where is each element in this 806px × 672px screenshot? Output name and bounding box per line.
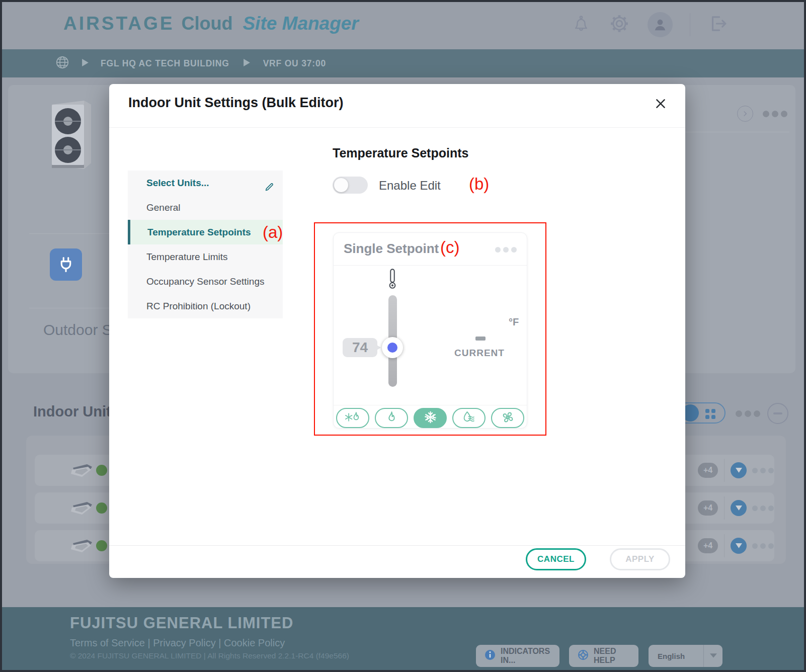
edit-pencil-icon[interactable] (264, 177, 275, 188)
sidebar-item-select-units[interactable]: Select Units... (128, 171, 283, 195)
help-lifering-icon (577, 649, 589, 663)
indoor-unit-image (70, 538, 93, 553)
row-menu-icon[interactable] (752, 543, 774, 549)
breadcrumb-unit[interactable]: VRF OU 37:00 (263, 58, 326, 69)
sidebar-item-temperature-limits[interactable]: Temperature Limits (128, 244, 283, 269)
sidebar-item-rc-prohibition[interactable]: RC Prohibition (Lockout) (128, 294, 283, 318)
indicators-info-button[interactable]: INDICATORS IN... (476, 645, 559, 667)
logo-cloud: Cloud (181, 13, 232, 34)
language-value: English (649, 652, 703, 660)
info-icon (484, 649, 496, 663)
fan-icon (501, 410, 515, 427)
more-units-badge[interactable]: +4 (698, 500, 718, 516)
language-select[interactable]: English (649, 645, 722, 667)
setpoint-value-bubble: 74 (343, 338, 377, 357)
divider (724, 459, 724, 482)
breadcrumb-site[interactable]: FGL HQ AC TECH BUILDING (101, 58, 229, 69)
close-icon[interactable] (654, 97, 667, 110)
app-logo: AIRSTAGE Cloud Site Manager (63, 13, 359, 34)
logo-site-manager: Site Manager (243, 13, 358, 34)
grid-view-icon (705, 409, 715, 419)
annotation-c: (c) (440, 238, 459, 257)
sidebar-item-label: RC Prohibition (Lockout) (146, 301, 251, 311)
need-help-button[interactable]: NEED HELP (569, 645, 638, 667)
divider (334, 405, 527, 405)
expand-row-button[interactable] (731, 462, 747, 478)
setpoint-slider-handle[interactable] (382, 337, 403, 358)
more-units-badge[interactable]: +4 (698, 538, 718, 553)
footer-links[interactable]: Terms of Service | Privacy Policy | Cook… (70, 637, 285, 649)
apply-button[interactable]: APPLY (610, 548, 670, 570)
expand-row-button[interactable] (731, 500, 747, 516)
more-units-badge[interactable]: +4 (698, 463, 718, 478)
mode-dry-button[interactable] (452, 408, 486, 428)
footer-company: FUJITSU GENERAL LIMITED (70, 614, 293, 632)
card-menu-icon[interactable] (495, 247, 517, 253)
footer-copyright: © 2024 FUJITSU GENERAL LIMITED | All Rig… (70, 651, 349, 660)
current-temp-placeholder (475, 337, 486, 341)
mode-cool-button[interactable] (414, 408, 447, 428)
status-indicator (96, 502, 107, 514)
indoor-unit-image (70, 500, 93, 516)
status-indicator (96, 465, 107, 476)
user-avatar[interactable] (648, 12, 673, 37)
power-plug-tile[interactable] (50, 248, 82, 281)
enable-edit-label: Enable Edit (379, 179, 441, 193)
sidebar-item-label: Temperature Limits (146, 251, 228, 262)
need-help-label: NEED HELP (594, 647, 630, 665)
unit-label: °F (509, 316, 519, 328)
screen: AIRSTAGE Cloud Site Manager (0, 0, 806, 672)
breadcrumb: FGL HQ AC TECH BUILDING VRF OU 37:00 (2, 49, 804, 77)
annotation-b: (b) (469, 175, 489, 194)
globe-icon[interactable] (55, 55, 70, 72)
cancel-button[interactable]: CANCEL (526, 548, 586, 570)
divider (109, 545, 685, 546)
enable-edit-toggle[interactable] (333, 177, 368, 194)
row-menu-icon[interactable] (752, 506, 774, 511)
app-header: AIRSTAGE Cloud Site Manager (2, 2, 804, 49)
indicators-label: INDICATORS IN... (501, 647, 551, 665)
logout-icon[interactable] (707, 13, 729, 36)
indoor-unit-settings-modal: Indoor Unit Settings (Bulk Editor) Selec… (109, 84, 685, 578)
app-footer: FUJITSU GENERAL LIMITED Terms of Service… (2, 607, 804, 672)
outdoor-card-menu-icon[interactable] (763, 111, 787, 117)
sidebar-item-label: General (146, 202, 181, 213)
row-menu-icon[interactable] (752, 468, 774, 473)
mode-selector (334, 408, 527, 428)
mode-fan-button[interactable] (491, 408, 524, 428)
sidebar-item-label: Select Units... (146, 178, 209, 188)
dry-droplet-icon (460, 410, 477, 426)
settings-gear-icon[interactable] (608, 13, 630, 37)
current-label: CURRENT (454, 348, 505, 359)
single-setpoint-card: Single Setpoint (c) 74 °F CURRENT (333, 232, 527, 429)
divider (109, 127, 685, 128)
divider (334, 265, 527, 266)
thermometer-icon (386, 268, 398, 291)
mode-auto-button[interactable] (336, 408, 369, 428)
expand-row-button[interactable] (731, 538, 747, 554)
collapse-button[interactable] (767, 403, 788, 424)
divider (724, 534, 724, 557)
status-indicator (96, 540, 107, 551)
notifications-bell-icon[interactable] (571, 14, 591, 36)
auto-mode-icon (344, 410, 361, 426)
heat-flame-icon (385, 410, 398, 426)
chevron-down-icon (703, 645, 722, 667)
sidebar-item-general[interactable]: General (128, 195, 283, 220)
breadcrumb-arrow-icon (82, 58, 89, 69)
divider (724, 496, 724, 520)
indoor-unit-image (70, 463, 93, 478)
sidebar-item-occupancy-sensor[interactable]: Occupancy Sensor Settings (128, 269, 283, 294)
sidebar-item-label: Temperature Setpoints (147, 227, 251, 237)
header-divider (690, 13, 690, 36)
outdoor-unit-image (45, 99, 95, 177)
breadcrumb-arrow-icon (243, 58, 251, 69)
card-title: Single Setpoint (344, 241, 439, 257)
sidebar-item-label: Occupancy Sensor Settings (146, 276, 264, 287)
expand-chevron-button[interactable] (737, 106, 753, 122)
mode-heat-button[interactable] (375, 408, 408, 428)
indoor-section-menu-icon[interactable] (736, 410, 760, 417)
indoor-section-heading: Indoor Unit (33, 403, 111, 420)
modal-sidebar: Select Units... General Temperature Setp… (128, 171, 283, 318)
sidebar-item-temperature-setpoints[interactable]: Temperature Setpoints (128, 220, 283, 244)
